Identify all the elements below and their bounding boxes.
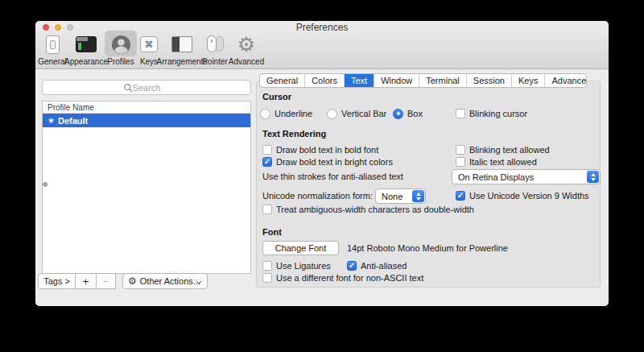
other-actions-dropdown[interactable]: ⚙ Other Actions... xyxy=(122,273,208,289)
desktop-background: Preferences General Appearance Profiles xyxy=(0,0,644,352)
current-font-label: 14pt Roboto Mono Medium for Powerline xyxy=(347,242,508,255)
checkbox-icon[interactable] xyxy=(347,261,357,271)
checkbox-unicode9[interactable]: Use Unicode Version 9 Widths xyxy=(456,189,589,202)
font-heading: Font xyxy=(262,227,282,237)
thin-strokes-label: Use thin strokes for anti-aliased text xyxy=(262,170,403,183)
radio-icon[interactable] xyxy=(393,109,403,119)
checkbox-bold-font[interactable]: Draw bold text in bold font xyxy=(262,143,378,156)
checkbox-blinking-cursor[interactable]: Blinking cursor xyxy=(456,107,527,120)
radio-box[interactable]: Box xyxy=(393,107,423,120)
preferences-window: Preferences General Appearance Profiles xyxy=(35,21,609,306)
titlebar: Preferences General Appearance Profiles xyxy=(35,21,609,69)
tab-session[interactable]: Session xyxy=(467,74,512,87)
radio-underline[interactable]: Underline xyxy=(260,107,312,120)
checkbox-icon[interactable] xyxy=(456,157,465,167)
radio-vertical-bar[interactable]: Vertical Bar xyxy=(327,107,386,120)
checkbox-blinking-text[interactable]: Blinking text allowed xyxy=(456,143,550,156)
checkbox-icon[interactable] xyxy=(262,205,272,214)
text-settings-group: Cursor Underline Vertical Bar Box Blinki… xyxy=(256,81,601,288)
checkbox-icon[interactable] xyxy=(262,261,272,271)
tab-text[interactable]: Text xyxy=(345,74,374,87)
tab-keys[interactable]: Keys xyxy=(512,74,545,87)
profile-list: Profile Name ★ Default xyxy=(42,101,251,274)
search-input[interactable] xyxy=(43,81,250,94)
profile-search-field[interactable] xyxy=(42,80,251,95)
settings-tabbar: General Colors Text Window Terminal Sess… xyxy=(259,73,587,88)
checkbox-icon[interactable] xyxy=(262,145,272,155)
checkbox-icon[interactable] xyxy=(262,273,272,283)
toolbar-item-label: Advanced xyxy=(217,57,275,66)
gear-icon: ⚙ xyxy=(237,35,255,55)
thin-strokes-popup[interactable]: On Retina Displays xyxy=(452,169,601,184)
stepper-icon xyxy=(412,190,424,202)
checkbox-italic-text[interactable]: Italic text allowed xyxy=(456,155,537,168)
checkbox-icon[interactable] xyxy=(456,109,465,118)
checkbox-antialiased[interactable]: Anti-aliased xyxy=(347,259,407,272)
tab-advanced[interactable]: Advanced xyxy=(545,74,587,87)
tab-terminal[interactable]: Terminal xyxy=(419,74,467,87)
checkbox-non-ascii-font[interactable]: Use a different font for non-ASCII text xyxy=(262,271,423,284)
pane-splitter-handle[interactable] xyxy=(43,182,47,187)
remove-profile-button[interactable]: − xyxy=(96,273,116,289)
unicode-norm-popup[interactable]: None xyxy=(375,188,426,204)
tags-button[interactable]: Tags > xyxy=(38,273,76,289)
radio-icon[interactable] xyxy=(327,109,337,119)
change-font-button[interactable]: Change Font xyxy=(262,241,339,255)
cursor-heading: Cursor xyxy=(262,92,291,101)
stepper-icon xyxy=(587,171,599,183)
add-profile-button[interactable]: + xyxy=(75,273,97,289)
profile-name: Default xyxy=(58,116,88,126)
tab-general[interactable]: General xyxy=(260,74,305,87)
checkbox-ligatures[interactable]: Use Ligatures xyxy=(262,259,331,272)
checkbox-ambiguous-width[interactable]: Treat ambiguous-width characters as doub… xyxy=(262,203,474,216)
profile-list-header: Profile Name xyxy=(43,101,250,114)
gear-icon: ⚙ xyxy=(128,277,137,285)
popup-value: None xyxy=(382,192,402,201)
tab-colors[interactable]: Colors xyxy=(305,74,345,87)
other-actions-label: Other Actions... xyxy=(140,276,200,286)
radio-icon[interactable] xyxy=(260,109,270,119)
text-rendering-heading: Text Rendering xyxy=(262,129,326,139)
checkbox-bright-colors[interactable]: Draw bold text in bright colors xyxy=(262,155,393,168)
star-icon: ★ xyxy=(47,116,55,125)
profile-row-default[interactable]: ★ Default xyxy=(43,114,250,127)
checkbox-icon[interactable] xyxy=(456,191,465,201)
checkbox-icon[interactable] xyxy=(262,157,272,167)
tab-window[interactable]: Window xyxy=(374,74,419,87)
toolbar-item-advanced[interactable]: ⚙ Advanced xyxy=(217,32,275,66)
unicode-norm-label: Unicode normalization form: xyxy=(262,189,373,202)
checkbox-icon[interactable] xyxy=(456,145,465,155)
popup-value: On Retina Displays xyxy=(458,172,534,182)
sidebar-footer: Tags > + − ⚙ Other Actions... xyxy=(38,273,208,289)
